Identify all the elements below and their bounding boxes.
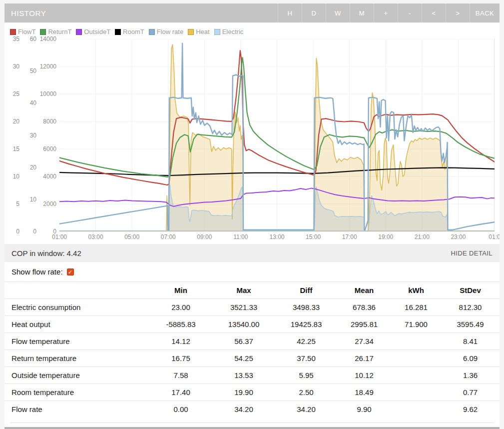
legend-swatch xyxy=(149,29,155,35)
row-value: 19.90 xyxy=(212,384,275,401)
column-header-diff: Diff xyxy=(275,282,337,299)
cop-bar: COP in window: 4.42 HIDE DETAIL xyxy=(4,244,500,262)
row-value: 18.49 xyxy=(337,384,391,401)
x-tick-label: 11:00 xyxy=(230,234,252,240)
table-row-room-temperature: Room temperature17.4019.902.5018.490.77 xyxy=(4,384,500,401)
row-value: 3521.33 xyxy=(212,299,275,316)
x-tick-label: 05:00 xyxy=(121,234,143,240)
toolbar-button-d[interactable]: D xyxy=(302,4,326,22)
y-tick-label: 4000 xyxy=(43,173,56,180)
y-tick-label: 8000 xyxy=(43,118,56,125)
row-value: 19425.83 xyxy=(275,316,337,333)
toolbar-button-+[interactable]: + xyxy=(374,4,398,22)
row-value: 34.20 xyxy=(275,401,337,418)
row-value: 0.77 xyxy=(441,384,500,401)
x-tick-label: 23:00 xyxy=(447,234,469,240)
row-value: 71.900 xyxy=(391,316,441,333)
y-tick-label: 20 xyxy=(13,118,19,125)
show-flow-rate-row: Show flow rate: ✓ xyxy=(4,262,500,282)
legend-item-roomt[interactable]: RoomT xyxy=(115,28,144,36)
y-tick-label: 10 xyxy=(13,173,19,180)
row-value: 3498.33 xyxy=(275,299,337,316)
toolbar-button--[interactable]: - xyxy=(398,4,422,22)
hide-detail-link[interactable]: HIDE DETAIL xyxy=(451,250,493,257)
row-value: 5.95 xyxy=(275,367,337,384)
y-tick-label: 30 xyxy=(13,63,19,70)
legend-label: Electric xyxy=(222,28,244,36)
row-value: 23.00 xyxy=(149,299,212,316)
row-value: 56.37 xyxy=(212,333,275,350)
row-value: 6.09 xyxy=(441,350,500,367)
x-tick-label: 21:00 xyxy=(411,234,433,240)
legend-item-outsidet[interactable]: OutsideT xyxy=(76,28,110,36)
column-header-mean: Mean xyxy=(337,282,391,299)
legend-label: OutsideT xyxy=(84,28,110,36)
row-value xyxy=(391,384,441,401)
row-value: 10.12 xyxy=(337,367,391,384)
row-value: 13540.00 xyxy=(212,316,275,333)
row-label: Outside temperature xyxy=(4,367,149,384)
x-tick-label: 09:00 xyxy=(193,234,215,240)
row-value: 8.41 xyxy=(441,333,500,350)
page-title: HISTORY xyxy=(4,9,278,18)
toolbar-button->[interactable]: > xyxy=(446,4,470,22)
row-value: 9.90 xyxy=(337,401,391,418)
toolbar-button-h[interactable]: H xyxy=(278,4,302,22)
column-header-kwh: kWh xyxy=(391,282,441,299)
row-value: 13.53 xyxy=(212,367,275,384)
history-header: HISTORY HDWM+-<>BACK xyxy=(4,4,500,22)
x-tick-label: 13:00 xyxy=(266,234,288,240)
chart-plot-area[interactable] xyxy=(59,39,495,232)
y-tick-label: 2000 xyxy=(43,200,56,208)
show-flow-rate-checkbox[interactable]: ✓ xyxy=(67,268,74,276)
row-value: 678.36 xyxy=(337,299,391,316)
toolbar-button-m[interactable]: M xyxy=(350,4,374,22)
row-value: 42.25 xyxy=(275,333,337,350)
row-value: 1.36 xyxy=(441,367,500,384)
toolbar-button-w[interactable]: W xyxy=(326,4,350,22)
toolbar-button-<[interactable]: < xyxy=(422,4,446,22)
table-header-row: MinMaxDiffMeankWhStDev xyxy=(4,282,500,299)
y-tick-label: 5 xyxy=(16,200,19,208)
row-label: Electric consumption xyxy=(4,299,149,316)
legend-label: Heat xyxy=(196,28,209,36)
row-value xyxy=(391,333,441,350)
row-value: 14.12 xyxy=(149,333,212,350)
column-header-stdev: StDev xyxy=(441,282,500,299)
row-label: Heat output xyxy=(4,316,149,333)
legend-label: ReturnT xyxy=(48,28,71,36)
table-row-electric-consumption: Electric consumption23.003521.333498.336… xyxy=(4,299,500,316)
legend-item-flow-rate[interactable]: Flow rate xyxy=(149,28,183,36)
row-label: Return temperature xyxy=(4,350,149,367)
column-header xyxy=(4,282,149,299)
y-tick-label: 10000 xyxy=(40,90,56,98)
legend-label: RoomT xyxy=(123,28,144,36)
row-value: 16.75 xyxy=(149,350,212,367)
toolbar-button-back[interactable]: BACK xyxy=(470,4,500,22)
legend-item-electric[interactable]: Electric xyxy=(214,28,244,36)
row-value xyxy=(391,367,441,384)
y-tick-label: 15 xyxy=(13,146,19,152)
toolbar: HDWM+-<>BACK xyxy=(278,4,500,22)
row-value: 26.17 xyxy=(337,350,391,367)
show-flow-rate-label: Show flow rate: xyxy=(11,268,63,276)
legend-item-heat[interactable]: Heat xyxy=(188,28,209,36)
legend-swatch xyxy=(40,29,46,35)
legend-swatch xyxy=(214,29,220,35)
row-value: 0.00 xyxy=(149,401,212,418)
next-section-bar xyxy=(4,427,500,429)
cop-label: COP in window: xyxy=(11,249,64,258)
stats-table: MinMaxDiffMeankWhStDev Electric consumpt… xyxy=(4,282,500,418)
row-value: 17.40 xyxy=(149,384,212,401)
row-value: 7.58 xyxy=(149,367,212,384)
legend-item-flowt[interactable]: FlowT xyxy=(10,28,35,36)
legend-item-returnt[interactable]: ReturnT xyxy=(40,28,71,36)
cop-value: 4.42 xyxy=(67,249,81,258)
row-value: 3595.49 xyxy=(441,316,500,333)
legend-swatch xyxy=(10,29,16,35)
row-value: 812.30 xyxy=(441,299,500,316)
row-value: 34.20 xyxy=(212,401,275,418)
y-tick-label: 12000 xyxy=(40,63,56,70)
row-value: 54.25 xyxy=(212,350,275,367)
x-tick-label: 07:00 xyxy=(157,234,179,240)
